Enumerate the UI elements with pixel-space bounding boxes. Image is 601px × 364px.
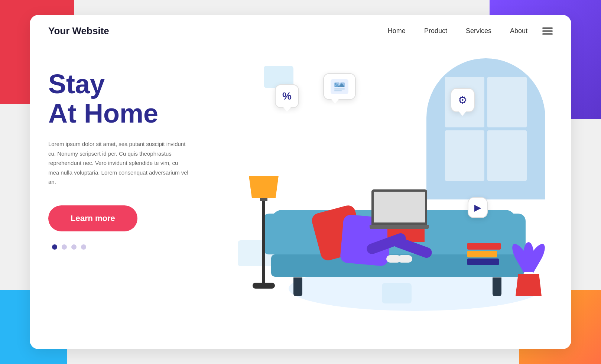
percent-icon: % bbox=[282, 90, 292, 102]
sofa-leg-1 bbox=[293, 277, 302, 296]
svg-rect-6 bbox=[334, 88, 345, 90]
dot-1[interactable] bbox=[52, 244, 57, 250]
hero-title-line1: Stay bbox=[48, 69, 105, 99]
gear-icon: ⚙ bbox=[458, 94, 467, 106]
dot-2[interactable] bbox=[62, 244, 67, 250]
window-pane-4 bbox=[487, 130, 527, 181]
bubble-gear: ⚙ bbox=[451, 88, 475, 112]
nav-about[interactable]: About bbox=[510, 27, 527, 35]
learn-more-button[interactable]: Learn more bbox=[48, 205, 137, 231]
hamburger-line bbox=[542, 33, 553, 35]
hamburger-line bbox=[542, 30, 553, 32]
dot-3[interactable] bbox=[71, 244, 77, 250]
main-card: Your Website Home Product Services About… bbox=[30, 15, 571, 349]
play-icon: ▶ bbox=[474, 202, 481, 212]
nav-home[interactable]: Home bbox=[388, 27, 406, 35]
book-2 bbox=[467, 251, 497, 257]
window-background bbox=[426, 58, 545, 199]
foot-right bbox=[397, 255, 412, 263]
nav-services[interactable]: Services bbox=[466, 27, 491, 35]
bubble-percent: % bbox=[275, 84, 299, 108]
carousel-dots bbox=[52, 244, 227, 250]
hero-title-line2: At Home bbox=[48, 98, 158, 128]
navbar: Your Website Home Product Services About bbox=[30, 15, 571, 47]
lamp-pole bbox=[262, 201, 265, 283]
image-icon bbox=[331, 79, 348, 94]
window-pane-2 bbox=[487, 77, 527, 127]
hamburger-line bbox=[542, 27, 553, 29]
plant-leaves bbox=[516, 242, 542, 272]
lamp-base bbox=[253, 283, 275, 289]
lamp-top bbox=[260, 198, 267, 201]
book-3 bbox=[467, 259, 499, 265]
books-stack bbox=[467, 243, 501, 266]
dot-4[interactable] bbox=[81, 244, 86, 250]
laptop bbox=[371, 189, 429, 229]
bubble-image bbox=[323, 73, 356, 100]
lamp-shade bbox=[249, 176, 279, 198]
window-pane-3 bbox=[445, 130, 484, 181]
plant bbox=[516, 242, 542, 296]
hero-description: Lorem ipsum dolor sit amet, sea putant s… bbox=[48, 139, 189, 187]
laptop-screen bbox=[371, 189, 427, 225]
image-svg bbox=[333, 81, 346, 92]
sofa-leg-2 bbox=[493, 277, 501, 296]
hero-title: Stay At Home bbox=[48, 69, 227, 128]
laptop-base bbox=[370, 225, 429, 229]
bubble-play: ▶ bbox=[468, 197, 488, 218]
svg-rect-7 bbox=[334, 90, 342, 91]
hero-section: Stay At Home Lorem ipsum dolor sit amet,… bbox=[30, 47, 571, 348]
sofa-legs bbox=[271, 277, 524, 296]
book-1 bbox=[467, 243, 501, 250]
plant-pot bbox=[516, 274, 542, 296]
hero-left: Stay At Home Lorem ipsum dolor sit amet,… bbox=[48, 55, 227, 333]
logo: Your Website bbox=[48, 25, 109, 37]
person-legs bbox=[366, 238, 433, 261]
nav-links: Home Product Services About bbox=[388, 27, 527, 35]
hamburger-menu[interactable] bbox=[542, 27, 553, 35]
nav-product[interactable]: Product bbox=[424, 27, 447, 35]
svg-point-3 bbox=[335, 83, 337, 85]
floor-lamp bbox=[249, 176, 279, 289]
hero-illustration: % ⚙ bbox=[227, 55, 553, 333]
